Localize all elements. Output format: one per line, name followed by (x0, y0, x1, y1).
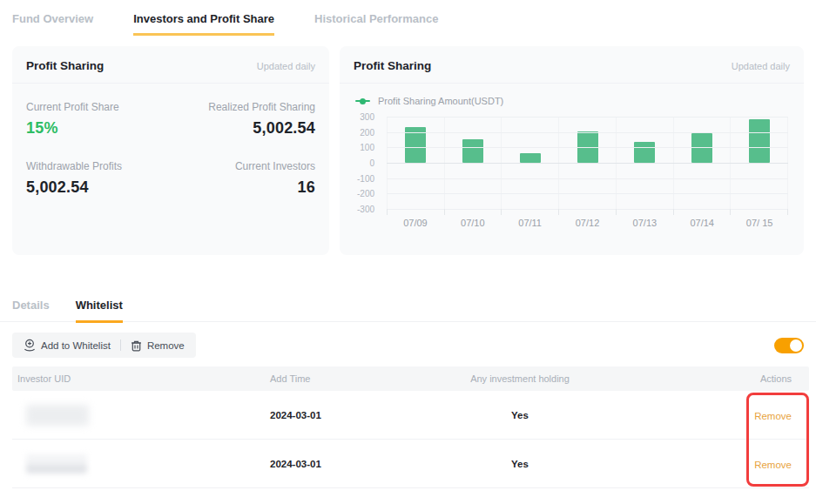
profit-sharing-chart-card: Profit Sharing Updated daily Profit Shar… (340, 46, 804, 255)
stat-label: Current Investors (171, 160, 315, 172)
add-to-whitelist-button[interactable]: Add to Whitelist (24, 339, 111, 352)
bar (520, 153, 541, 163)
x-axis-tick-label: 07/12 (559, 218, 617, 228)
gridline (387, 193, 788, 194)
col-any-investment-holding: Any investment holding (404, 373, 631, 384)
remove-button-label: Remove (147, 340, 185, 351)
summary-cards-row: Profit Sharing Updated daily Current Pro… (0, 36, 816, 255)
x-axis-tick (617, 209, 674, 215)
stat-label: Current Profit Share (26, 101, 171, 113)
col-actions: Actions (631, 373, 809, 384)
gridline (387, 163, 788, 164)
toggle-knob (790, 339, 802, 352)
y-axis-tick-label: 200 (360, 127, 374, 137)
table-row: 2024-03-01 Yes Remove (12, 391, 809, 440)
add-time-cell: 2024-03-01 (265, 410, 404, 420)
investor-uid-cell (12, 454, 265, 474)
whitelist-toolbar-row: Add to Whitelist Remove (0, 322, 816, 366)
remove-link[interactable]: Remove (754, 460, 792, 470)
stat-withdrawable-profits: Withdrawable Profits 5,002.54 (26, 160, 171, 197)
profit-sharing-stats-card: Profit Sharing Updated daily Current Pro… (12, 46, 329, 255)
add-to-whitelist-icon (24, 339, 36, 352)
redacted-uid (26, 454, 87, 474)
tab-whitelist[interactable]: Whitelist (76, 299, 123, 323)
x-axis-tick-label: 07/10 (444, 218, 502, 228)
x-axis-tick (731, 209, 788, 215)
holding-cell: Yes (404, 459, 631, 469)
whitelist-table: Investor UID Add Time Any investment hol… (12, 366, 809, 488)
y-axis-tick-label: -300 (357, 205, 374, 214)
toolbar-divider (120, 339, 121, 351)
bar (462, 139, 483, 163)
col-add-time: Add Time (265, 373, 404, 384)
investor-uid-cell (12, 405, 265, 426)
legend-line-dot-icon (355, 100, 370, 102)
profit-sharing-bar-chart: 3002001000-100-200-300 07/0907/1007/1107… (354, 117, 792, 235)
whitelist-toolbar: Add to Whitelist Remove (12, 333, 196, 358)
add-to-whitelist-label: Add to Whitelist (41, 340, 111, 351)
x-axis-tick (674, 209, 732, 215)
x-axis-tick (387, 209, 445, 215)
stat-realized-profit-sharing: Realized Profit Sharing 5,002.54 (171, 101, 315, 138)
remove-link[interactable]: Remove (754, 411, 792, 421)
y-axis-tick-label: 300 (360, 112, 374, 122)
bar (634, 142, 655, 163)
gridline (387, 178, 788, 179)
stats-updated-label: Updated daily (257, 61, 315, 71)
stat-value: 16 (171, 178, 315, 197)
x-axis-tick-label: 07/09 (387, 218, 444, 228)
chart-legend: Profit Sharing Amount(USDT) (340, 84, 804, 106)
tab-fund-overview[interactable]: Fund Overview (12, 12, 93, 36)
y-axis-tick-label: 0 (369, 158, 374, 168)
stat-value: 15% (26, 119, 171, 138)
detail-section-tabs: Details Whitelist (0, 299, 816, 322)
y-axis: 3002001000-100-200-300 (354, 117, 380, 209)
stat-current-investors: Current Investors 16 (171, 160, 315, 197)
x-axis-tick (502, 209, 559, 215)
plot-area (387, 117, 788, 209)
redacted-uid (26, 405, 89, 426)
stats-grid: Current Profit Share 15% Realized Profit… (12, 84, 329, 214)
trash-icon (131, 339, 142, 352)
main-tabs: Fund Overview Investors and Profit Share… (0, 0, 816, 36)
chart-card-header: Profit Sharing Updated daily (340, 46, 804, 84)
tab-investors-profit-share[interactable]: Investors and Profit Share (133, 12, 274, 36)
y-axis-tick-label: -200 (357, 189, 374, 198)
fund-management-page: Fund Overview Investors and Profit Share… (0, 0, 816, 504)
stat-value: 5,002.54 (26, 178, 171, 197)
col-investor-uid: Investor UID (12, 373, 265, 384)
stat-label: Realized Profit Sharing (171, 101, 315, 113)
add-time-cell: 2024-03-01 (265, 459, 404, 469)
tab-details[interactable]: Details (12, 299, 50, 323)
x-axis-tick (559, 209, 617, 215)
stat-value: 5,002.54 (171, 119, 315, 138)
table-row: 2024-03-01 Yes Remove (12, 440, 809, 488)
chart-updated-label: Updated daily (732, 61, 790, 71)
tab-historical-performance[interactable]: Historical Performance (314, 12, 438, 36)
x-axis-tick (445, 209, 502, 215)
table-header-row: Investor UID Add Time Any investment hol… (12, 366, 809, 391)
gridline (387, 132, 788, 133)
legend-label: Profit Sharing Amount(USDT) (378, 96, 503, 106)
stat-label: Withdrawable Profits (26, 160, 171, 172)
stats-card-title: Profit Sharing (26, 59, 104, 72)
whitelist-toggle[interactable] (774, 338, 804, 353)
chart-card-title: Profit Sharing (354, 59, 431, 72)
holding-cell: Yes (404, 410, 631, 420)
y-axis-tick-label: -100 (357, 173, 374, 183)
stat-current-profit-share: Current Profit Share 15% (26, 101, 171, 138)
bar (749, 119, 770, 163)
x-axis-ticks (387, 209, 788, 215)
x-axis-tick-label: 07/ 15 (731, 218, 788, 228)
x-axis-tick-label: 07/13 (616, 218, 673, 228)
y-axis-tick-label: 100 (360, 143, 374, 152)
gridline (387, 117, 788, 118)
remove-button[interactable]: Remove (131, 339, 185, 352)
x-axis-tick-label: 07/11 (502, 218, 559, 228)
x-axis-tick-label: 07/14 (673, 218, 731, 228)
x-axis-labels: 07/0907/1007/1107/1207/1307/1407/ 15 (387, 218, 788, 228)
stats-card-header: Profit Sharing Updated daily (12, 46, 329, 84)
gridline (387, 147, 788, 148)
